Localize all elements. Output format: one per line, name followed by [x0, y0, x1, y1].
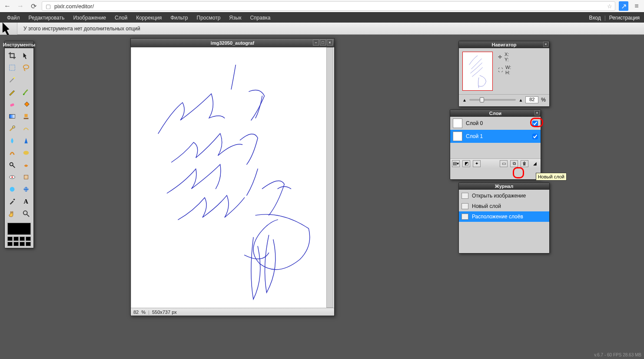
zoom-tool[interactable]	[20, 208, 33, 219]
layer-styles-button[interactable]: ✦	[473, 160, 481, 167]
zoom-in-icon[interactable]: ▲	[518, 98, 523, 102]
bloat-tool[interactable]	[6, 184, 19, 195]
history-item-2[interactable]: Расположение слоёв	[459, 211, 549, 222]
type-tool[interactable]: A	[20, 196, 33, 207]
burn-tool[interactable]	[20, 159, 33, 171]
spot-heal-tool[interactable]	[20, 171, 33, 183]
history-item-1[interactable]: Новый слой	[459, 201, 549, 211]
document-title-bar[interactable]: img32050_autograf – □ ×	[131, 39, 334, 47]
marquee-tool[interactable]	[6, 62, 19, 73]
history-list[interactable]: Открыть изображение Новый слой Расположе…	[459, 190, 549, 223]
foreground-color-swatch[interactable]	[7, 223, 31, 235]
tools-panel-title[interactable]: Инструменты	[5, 41, 33, 48]
dodge-tool[interactable]	[6, 159, 19, 171]
browser-forward-button[interactable]: →	[16, 1, 25, 11]
window-maximize-button[interactable]: □	[320, 40, 326, 46]
layer-thumb-0	[453, 119, 462, 128]
redeye-tool[interactable]	[6, 171, 19, 183]
new-layer-button[interactable]: ▭	[500, 160, 508, 167]
pencil-tool[interactable]	[6, 86, 19, 98]
browser-address-bar[interactable]: ▢ pixlr.com/editor/ ☆	[42, 1, 615, 11]
crop-tool[interactable]	[6, 50, 19, 61]
history-panel[interactable]: Журнал Открыть изображение Новый слой Ра…	[458, 182, 550, 254]
replace-color-tool[interactable]	[6, 123, 19, 134]
blur-tool[interactable]	[6, 135, 19, 146]
brush-tool[interactable]	[20, 86, 33, 98]
history-item-0[interactable]: Открыть изображение	[459, 191, 549, 201]
annotation-circle-newlayer	[513, 167, 524, 178]
layer-visible-checkbox-1[interactable]	[532, 134, 538, 139]
layers-list[interactable]: Слой 0 Слой 1	[450, 117, 541, 158]
wand-tool[interactable]	[6, 74, 19, 86]
svg-point-2	[13, 77, 15, 79]
navigator-close-button[interactable]: ×	[543, 42, 548, 47]
colorpicker-tool[interactable]	[6, 196, 19, 207]
lasso-tool[interactable]	[20, 62, 33, 73]
clone-tool[interactable]	[20, 111, 33, 122]
navigator-panel[interactable]: Навигатор × ✛ X: Y: ⛶ W: H: ▲	[458, 41, 550, 107]
vertical-scrollbar[interactable]	[326, 47, 333, 308]
move-tool[interactable]	[20, 50, 33, 61]
window-close-button[interactable]: ×	[327, 40, 333, 46]
navigator-thumbnail[interactable]	[462, 52, 493, 91]
delete-layer-button[interactable]: 🗑	[521, 160, 528, 167]
svg-rect-0	[10, 65, 15, 71]
history-title-text: Журнал	[495, 184, 513, 189]
window-minimize-button[interactable]: –	[313, 40, 319, 46]
zoom-unit: %	[541, 97, 546, 103]
recent-colors[interactable]	[7, 237, 31, 246]
zoom-slider[interactable]	[469, 99, 516, 101]
tools-panel[interactable]: Инструменты	[4, 41, 34, 248]
layer-row-0[interactable]: Слой 0	[450, 117, 541, 130]
menu-adjust[interactable]: Коррекция	[132, 13, 166, 23]
layer-mask-button[interactable]: ◩	[462, 160, 470, 167]
menu-edit[interactable]: Редактировать	[24, 13, 69, 23]
app-menu-bar: Файл Редактировать Изображение Слой Корр…	[0, 12, 644, 23]
menu-image[interactable]: Изображение	[69, 13, 110, 23]
layer-row-1[interactable]: Слой 1	[450, 130, 541, 143]
layer-settings-button[interactable]: ▤▾	[452, 160, 460, 167]
layer-thumb-1	[453, 132, 462, 141]
sharpen-tool[interactable]	[20, 135, 33, 146]
nav-y-label: Y:	[505, 57, 509, 62]
paintbucket-tool[interactable]	[20, 99, 33, 110]
svg-text:A: A	[24, 198, 29, 205]
layers-resize-grip[interactable]: ◢	[531, 160, 539, 167]
browser-menu-button[interactable]: ≡	[632, 1, 641, 11]
footer-status: v.6.7 - 60 FPS 28.63 MB	[594, 352, 641, 357]
layers-title-bar[interactable]: Слои ×	[450, 110, 541, 117]
auth-separator: |	[603, 15, 607, 21]
document-title-text: img32050_autograf	[211, 40, 254, 46]
pinch-tool[interactable]	[20, 184, 33, 195]
browser-back-button[interactable]: ←	[3, 1, 12, 11]
zoom-out-icon[interactable]: ▲	[462, 98, 467, 102]
svg-point-3	[23, 94, 25, 96]
canvas[interactable]	[132, 47, 326, 308]
menu-help[interactable]: Справка	[246, 13, 275, 23]
draw-tool[interactable]	[20, 123, 33, 134]
menu-filter[interactable]: Фильтр	[166, 13, 192, 23]
eraser-tool[interactable]	[6, 99, 19, 110]
layer-visible-checkbox-0[interactable]	[532, 121, 538, 126]
browser-reload-button[interactable]: ⟳	[29, 1, 38, 11]
layers-panel[interactable]: Слои × Слой 0 Слой 1 ▤▾ ◩ ✦ ▭ ⧉ 🗑 ◢	[450, 109, 541, 180]
color-swatches[interactable]	[5, 221, 33, 248]
sponge-tool[interactable]	[20, 147, 33, 158]
history-title-bar[interactable]: Журнал	[459, 183, 549, 190]
document-window[interactable]: img32050_autograf – □ ×	[130, 38, 335, 316]
zoom-input[interactable]: 82	[525, 96, 538, 103]
layers-close-button[interactable]: ×	[534, 110, 540, 115]
menu-lang[interactable]: Язык	[225, 13, 246, 23]
hand-tool[interactable]	[6, 208, 19, 219]
star-icon[interactable]: ☆	[607, 3, 612, 10]
duplicate-layer-button[interactable]: ⧉	[510, 160, 518, 167]
register-link[interactable]: Регистрация	[607, 15, 641, 21]
smudge-tool[interactable]	[6, 147, 19, 158]
menu-view[interactable]: Просмотр	[193, 13, 225, 23]
extension-icon[interactable]: ↗	[619, 1, 628, 11]
status-canvas-size: 550x737 px	[152, 310, 177, 315]
login-link[interactable]: Вход	[588, 15, 603, 21]
menu-layer[interactable]: Слой	[110, 13, 132, 23]
navigator-title[interactable]: Навигатор ×	[459, 41, 549, 48]
gradient-tool[interactable]	[6, 111, 19, 122]
